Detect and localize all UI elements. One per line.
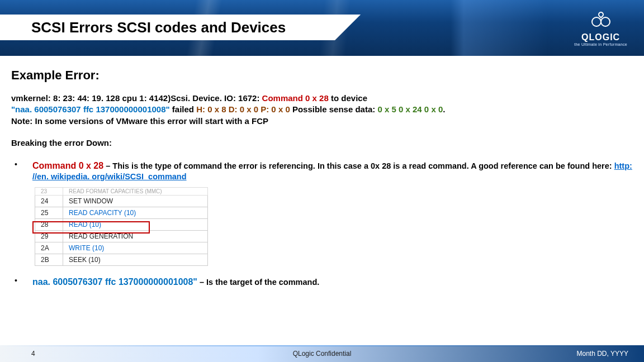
error-hdp: H: 0 x 8 D: 0 x 0 P: 0 x 0 — [196, 104, 290, 114]
error-note: Note: In some versions of VMware this er… — [11, 116, 268, 126]
table-cell-code: 28 — [35, 218, 63, 230]
slide-footer: 4 QLogic Confidential Month DD, YYYY — [0, 345, 644, 362]
table-cell-code: 23 — [35, 187, 63, 195]
bullet-1-body: Command 0 x 28 – This is the type of com… — [32, 160, 633, 183]
table-cell-name: READ FORMAT CAPACITIES (MMC) — [63, 187, 208, 195]
error-mid3: Possible sense data: — [290, 104, 378, 114]
qlogic-logo-icon — [591, 13, 610, 29]
error-mid2: failed — [170, 104, 197, 114]
qlogic-logo-tagline: the Ultimate in Performance — [574, 42, 627, 46]
bullet-2-text: – Is the target of the command. — [197, 278, 319, 287]
table-row: 2BSEEK (10) — [35, 254, 208, 265]
scsi-table-wrap: 23READ FORMAT CAPACITIES (MMC) 24SET WIN… — [11, 187, 212, 266]
bullet-1-lead: Command 0 x 28 — [32, 161, 103, 170]
table-cell-name: READ (10) — [63, 218, 208, 230]
table-cell-code: 24 — [35, 195, 63, 207]
slide-header: SCSI Errors SCSI codes and Devices QLOGI… — [0, 0, 644, 56]
bullet-marker: • — [11, 276, 32, 288]
error-naa: "naa. 6005076307 ffc 137000000001008" — [11, 104, 170, 114]
error-period: . — [443, 104, 445, 114]
footer-divider — [0, 345, 644, 346]
error-prefix: vmkernel: 8: 23: 44: 19. 128 cpu 1: 4142… — [11, 93, 262, 103]
table-cell-name: WRITE (10) — [63, 242, 208, 254]
example-error-block: vmkernel: 8: 23: 44: 19. 128 cpu 1: 4142… — [11, 93, 633, 127]
table-row: 29READ GENERATION — [35, 230, 208, 242]
scsi-command-table: 23READ FORMAT CAPACITIES (MMC) 24SET WIN… — [35, 187, 208, 266]
bullet-1: • Command 0 x 28 – This is the type of c… — [11, 160, 633, 183]
qlogic-logo-text: QLOGIC — [574, 32, 627, 42]
error-mid1: to device — [329, 93, 367, 103]
table-row: 23READ FORMAT CAPACITIES (MMC) — [35, 187, 208, 195]
bullet-2-lead: naa. 6005076307 ffc 137000000001008" — [32, 277, 197, 287]
table-row: 28READ (10) — [35, 218, 208, 230]
table-row: 25READ CAPACITY (10) — [35, 207, 208, 218]
slide-title: SCSI Errors SCSI codes and Devices — [31, 19, 286, 36]
table-link[interactable]: READ (10) — [69, 221, 101, 228]
slide-content: Example Error: vmkernel: 8: 23: 44: 19. … — [0, 56, 644, 288]
table-row: 2AWRITE (10) — [35, 242, 208, 254]
page-number: 4 — [31, 350, 35, 358]
bullet-2-body: naa. 6005076307 ffc 137000000001008" – I… — [32, 276, 633, 288]
table-row: 24SET WINDOW — [35, 195, 208, 207]
bullet-marker: • — [11, 160, 32, 183]
table-cell-code: 2B — [35, 254, 63, 265]
table-link[interactable]: WRITE (10) — [69, 244, 104, 252]
error-sense: 0 x 5 0 x 24 0 x 0 — [377, 104, 443, 114]
table-cell-name: READ GENERATION — [63, 230, 208, 242]
bullet-1-text: – This is the type of command the error … — [103, 161, 614, 170]
table-cell-code: 2A — [35, 242, 63, 254]
table-link[interactable]: READ CAPACITY (10) — [69, 209, 136, 217]
breaking-heading: Breaking the error Down: — [11, 138, 633, 147]
table-cell-name: SEEK (10) — [63, 254, 208, 265]
table-cell-name: SET WINDOW — [63, 195, 208, 207]
table-cell-code: 25 — [35, 207, 63, 218]
date-placeholder: Month DD, YYYY — [577, 350, 628, 358]
table-cell-code: 29 — [35, 230, 63, 242]
bullet-2: • naa. 6005076307 ffc 137000000001008" –… — [11, 276, 633, 288]
example-heading: Example Error: — [11, 68, 633, 83]
confidential-label: QLogic Confidential — [293, 350, 352, 358]
error-command: Command 0 x 28 — [262, 93, 329, 103]
table-cell-name: READ CAPACITY (10) — [63, 207, 208, 218]
qlogic-logo: QLOGIC the Ultimate in Performance — [574, 13, 627, 46]
